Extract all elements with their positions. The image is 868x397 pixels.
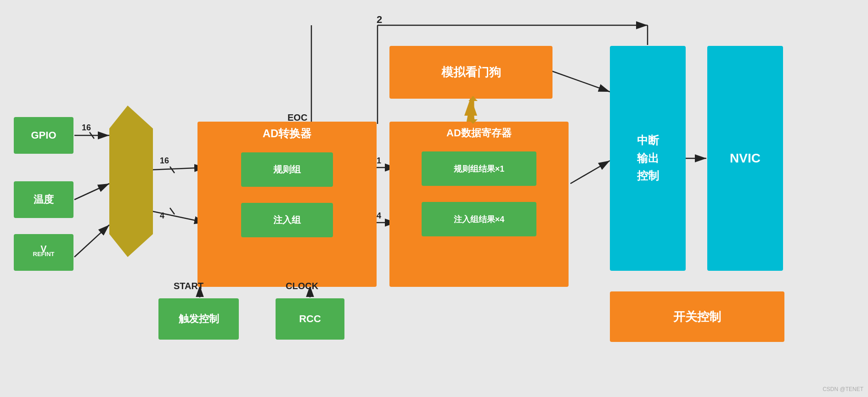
watermark: CSDN @TENET — [823, 386, 863, 392]
label-1-right: 1 — [377, 156, 381, 166]
svg-marker-30 — [468, 119, 478, 124]
svg-line-6 — [74, 184, 109, 200]
svg-line-5 — [90, 132, 94, 139]
svg-line-27 — [552, 71, 610, 92]
svg-marker-28 — [109, 106, 153, 257]
label-eoc: EOC — [287, 112, 307, 123]
temp-box: 温度 — [14, 181, 73, 218]
svg-line-16 — [570, 161, 610, 184]
double-arrow-svg — [459, 96, 487, 124]
label-clock: CLOCK — [286, 281, 318, 291]
vref-box: V REFINT — [14, 234, 73, 271]
label-4-bot: 4 — [160, 211, 164, 221]
interrupt-box: 中断输出控制 — [610, 46, 686, 271]
svg-line-7 — [74, 225, 109, 257]
guize-result-box: 规则组结果×1 — [422, 151, 536, 186]
label-4-right: 4 — [377, 211, 381, 221]
guize-box: 规则组 — [241, 152, 333, 187]
label-16-gpio: 16 — [82, 123, 91, 133]
svg-marker-31 — [468, 96, 478, 101]
zhuru-result-box: 注入组结果×4 — [422, 202, 536, 236]
ad-data-reg-box: AD数据寄存器 规则组结果×1 注入组结果×4 — [389, 122, 569, 287]
label-2-top: 2 — [377, 14, 382, 26]
svg-line-11 — [170, 208, 175, 214]
trigger-box: 触发控制 — [158, 298, 239, 340]
label-start: START — [174, 281, 203, 291]
svg-line-9 — [170, 167, 175, 173]
watchdog-box: 模拟看门狗 — [389, 46, 552, 99]
label-16-mid: 16 — [160, 156, 169, 166]
zhuru-box: 注入组 — [241, 203, 333, 237]
mux-shape — [109, 106, 153, 257]
diagram-container: GPIO 温度 V REFINT 触发控制 RCC AD转换器 规则组 注入组 … — [0, 0, 868, 397]
rcc-box: RCC — [276, 298, 344, 340]
ad-converter-box: AD转换器 规则组 注入组 — [197, 122, 377, 287]
nvic-box: NVIC — [707, 46, 783, 271]
switch-control-box: 开关控制 — [610, 291, 784, 342]
gpio-box: GPIO — [14, 117, 73, 154]
